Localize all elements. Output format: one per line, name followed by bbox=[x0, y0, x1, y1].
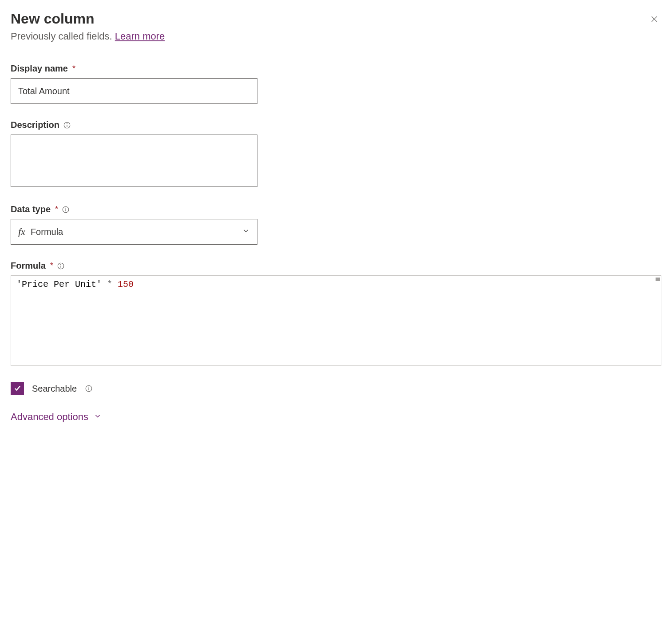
description-label: Description bbox=[11, 120, 59, 130]
searchable-row: Searchable bbox=[11, 382, 661, 395]
subtitle-prefix: Previously called fields. bbox=[11, 31, 115, 42]
searchable-label: Searchable bbox=[32, 384, 77, 394]
dialog-subtitle: Previously called fields. Learn more bbox=[11, 31, 647, 42]
info-icon[interactable] bbox=[62, 206, 70, 214]
advanced-options-label: Advanced options bbox=[11, 411, 88, 423]
scrollbar-indicator bbox=[656, 278, 660, 281]
searchable-checkbox[interactable] bbox=[11, 382, 24, 395]
display-name-group: Display name * bbox=[11, 63, 661, 104]
dialog-title: New column bbox=[11, 11, 647, 27]
svg-point-13 bbox=[89, 387, 89, 387]
data-type-group: Data type * fx Formula bbox=[11, 204, 661, 245]
svg-point-10 bbox=[61, 264, 61, 265]
advanced-options-toggle[interactable]: Advanced options bbox=[11, 411, 661, 423]
info-icon[interactable] bbox=[57, 262, 65, 270]
display-name-label-row: Display name * bbox=[11, 63, 661, 74]
description-group: Description bbox=[11, 120, 661, 188]
chevron-down-icon bbox=[94, 411, 102, 423]
data-type-value: Formula bbox=[31, 227, 237, 237]
formula-operator-token: * bbox=[102, 279, 118, 290]
close-icon bbox=[650, 15, 659, 25]
header-text-block: New column Previously called fields. Lea… bbox=[11, 11, 647, 42]
formula-content: 'Price Per Unit' * 150 bbox=[16, 279, 656, 290]
dialog-header: New column Previously called fields. Lea… bbox=[11, 11, 661, 42]
svg-point-7 bbox=[66, 208, 66, 208]
required-indicator: * bbox=[50, 261, 53, 270]
description-label-row: Description bbox=[11, 120, 661, 130]
data-type-select[interactable]: fx Formula bbox=[11, 219, 257, 245]
info-icon[interactable] bbox=[85, 385, 93, 393]
required-indicator: * bbox=[72, 64, 75, 73]
formula-editor[interactable]: 'Price Per Unit' * 150 bbox=[11, 275, 661, 366]
data-type-label: Data type bbox=[11, 204, 51, 214]
description-input[interactable] bbox=[11, 135, 257, 187]
formula-group: Formula * 'Price Per Unit' * 150 bbox=[11, 261, 661, 366]
formula-string-token: 'Price Per Unit' bbox=[16, 279, 102, 290]
display-name-input[interactable] bbox=[11, 78, 257, 104]
info-icon[interactable] bbox=[63, 121, 71, 129]
fx-icon: fx bbox=[18, 226, 25, 238]
learn-more-link[interactable]: Learn more bbox=[115, 31, 165, 42]
formula-label: Formula bbox=[11, 261, 46, 271]
close-button[interactable] bbox=[647, 12, 661, 27]
chevron-down-icon bbox=[242, 227, 250, 237]
data-type-label-row: Data type * bbox=[11, 204, 661, 214]
display-name-label: Display name bbox=[11, 63, 68, 74]
checkmark-icon bbox=[13, 384, 21, 393]
formula-number-token: 150 bbox=[118, 279, 134, 290]
svg-point-4 bbox=[67, 123, 67, 124]
required-indicator: * bbox=[55, 205, 58, 214]
formula-label-row: Formula * bbox=[11, 261, 661, 271]
data-type-select-wrapper: fx Formula bbox=[11, 219, 257, 245]
